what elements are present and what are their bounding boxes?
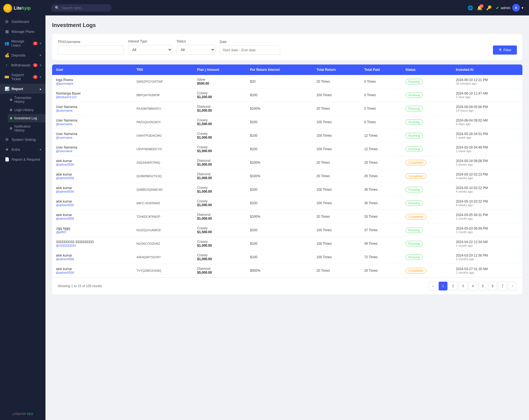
cell-total-paid-10: 20 Times [360,210,402,224]
page-prev[interactable]: ‹ [429,282,438,290]
page-3[interactable]: 3 [458,282,467,290]
cell-date-6: 2024-05-18 08:08 PM 3 weeks ago [452,156,522,169]
cell-per-return-7: $100% [246,169,312,183]
cell-status-7: Completed [402,169,452,183]
page-4[interactable]: 4 [468,282,477,290]
sidebar-item-transaction-history[interactable]: Transaction History [8,94,45,106]
sidebar-item-investment-log[interactable]: Investment Log [8,114,45,122]
cell-total-paid-14: 20 Times [360,264,402,278]
status-badge-9: Running [406,200,423,206]
cell-total-paid-11: 37 Times [360,224,402,237]
cell-status-10: Completed [402,210,452,224]
table-row: User Namema @username PAZGQUO529OY Crave… [52,115,522,129]
cell-trx-4: GWHTPIJEHCWG [133,129,193,142]
status-badge-4: Running [406,133,423,138]
sidebar-item-dashboard[interactable]: ⊞ Dashboard [0,17,45,26]
report-arrow: ▴ [40,87,41,90]
search-input[interactable] [61,6,106,10]
sidebar-item-report[interactable]: 📊 Report ▴ [0,84,45,94]
filter-status-select[interactable]: All [177,45,215,55]
cell-plan-5: Cravey $1,000.00 [193,142,246,156]
support-arrow: ▾ [40,76,41,79]
sidebar-item-deposits[interactable]: 💰 Deposits ▾ [0,50,45,60]
page-next[interactable]: › [508,282,517,290]
cell-total-return-10: 20 Times [313,210,360,224]
filter-bar: TRX/Username Interest Type All Status Al… [52,34,522,60]
cell-total-return-13: 100 Times [313,251,360,264]
key-icon[interactable]: 🔑 [486,5,492,10]
sidebar-item-extra[interactable]: ★ Extra ▾ [0,144,45,154]
sidebar-item-manage-users[interactable]: 👥 Manage Users 1 ▾ [0,36,45,50]
cell-status-0: Running [402,75,452,88]
globe-icon[interactable]: 🌐 [468,5,473,10]
page-2[interactable]: 2 [449,282,457,290]
page-5[interactable]: 5 [478,282,487,290]
status-badge-11: Running [406,227,423,233]
filter-button[interactable]: ⚗ Filter [493,45,517,55]
sidebar-item-withdrawals[interactable]: ↑ Withdrawals 1 ▾ [0,60,45,70]
cell-plan-10: Diamond $1,000.00 [193,210,246,224]
filter-trx-group: TRX/Username [58,40,124,55]
filter-trx-label: TRX/Username [58,40,124,44]
sidebar-item-login-history[interactable]: Login History [8,106,45,114]
sidebar-item-support[interactable]: 🎫 Support Ticket 1 ▾ [0,70,45,84]
filter-trx-input[interactable] [58,45,124,55]
cell-date-0: 2024-06-10 12:21 PM 33 minutes ago [452,75,522,88]
cell-user-2: User Namema @username [52,102,133,115]
cell-plan-6: Diamond $1,000.00 [193,156,246,169]
users-badge: 1 [33,42,37,45]
support-badge: 1 [33,75,37,79]
cell-user-8: alok kumar @admin5556 [52,183,133,196]
table-row: alok kumar @admin5556 S3Q44HKR7R9Q Diamo… [52,156,522,169]
cell-date-13: 2024-03-29 11:56 PM 2 months ago [452,251,522,264]
cell-date-1: 2024-06-10 11:47 AM 1 hour ago [452,88,522,102]
cell-total-return-4: 100 Times [313,129,360,142]
users-arrow: ▾ [40,42,41,45]
table-row: User Namema @username RX42M7MANXFU Diamo… [52,102,522,115]
cell-user-14: alok kumar @admin5556 [52,264,133,278]
filter-interest-select[interactable]: All [128,45,172,55]
extra-arrow: ▾ [40,148,41,151]
cell-user-12: 3333333333 3333333333 @3333333333 [52,237,133,251]
page-1[interactable]: 1 [439,282,447,290]
page-7[interactable]: 7 [498,282,507,290]
cell-total-return-12: 100 Times [313,237,360,251]
filter-interest-label: Interest Type [128,39,172,43]
cell-total-paid-6: 20 Times [360,156,402,169]
search-box[interactable]: 🔍 [51,4,112,12]
filter-date-input[interactable] [220,45,280,55]
cell-total-paid-13: 72 Times [360,251,402,264]
cell-user-7: alok kumar @admin5556 [52,169,133,183]
deposits-icon: 💰 [4,53,9,57]
cell-total-return-8: 100 Times [313,183,360,196]
admin-menu[interactable]: ✔ admin A ▾ [496,4,523,12]
cell-user-0: Inga Rivera @povoviqize [52,75,133,88]
cell-plan-8: Cravey $1,000.00 [193,183,246,196]
page-6[interactable]: 6 [488,282,497,290]
notification-icon[interactable]: 🔔 6+ [477,5,482,10]
table-row: alok kumar @admin5556 44ENQWTS5VNT Crave… [52,251,522,264]
cell-per-return-1: $100 [246,88,312,102]
sidebar-item-manage-plans[interactable]: ▦ Manage Plans [0,26,45,36]
sidebar-item-report-request[interactable]: 📄 Report & Request [0,154,45,164]
cell-status-8: Running [402,183,452,196]
cell-per-return-0: $20 [246,75,312,88]
report-icon: 📊 [4,87,9,91]
cell-per-return-2: $100% [246,102,312,115]
cell-trx-5: U9VPNDMDDCYO [133,142,193,156]
status-badge-10: Completed [406,214,426,219]
withdrawals-badge: 1 [33,63,37,67]
cell-user-13: alok kumar @admin5556 [52,251,133,264]
table-row: 3333333333 3333333333 @3333333333 NGO6CC… [52,237,522,251]
cell-trx-8: QHBBO3QNWC4D [133,183,193,196]
sidebar-item-notification-history[interactable]: Notification History [8,122,45,134]
brand-logo[interactable]: 🪙 Litehyip [0,0,45,17]
sidebar-item-system-setting[interactable]: ⚙ System Setting [0,134,45,144]
cell-status-1: Running [402,88,452,102]
cell-date-4: 2024-05-28 04:51 PM 1 week ago [452,129,522,142]
table-row: alok kumar @admin5556 QHBBO3QNWC4D Crave… [52,183,522,196]
cell-total-paid-4: 12 Times [360,129,402,142]
cell-total-return-11: 100 Times [313,224,360,237]
cell-per-return-11: $100 [246,224,312,237]
cell-total-return-6: 20 Times [313,156,360,169]
